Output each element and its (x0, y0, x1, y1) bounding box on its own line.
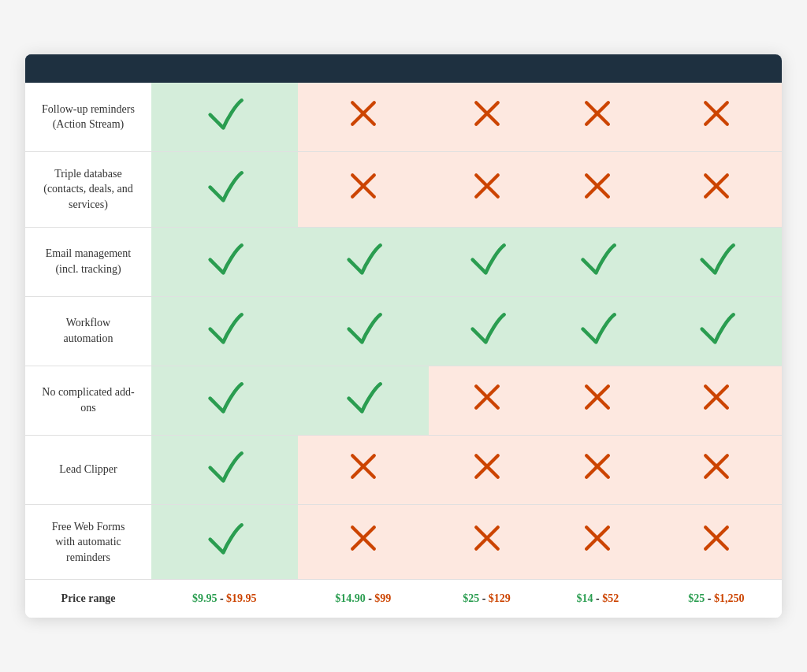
comparison-table: Follow-up reminders (Action Stream) Trip… (25, 54, 782, 618)
price-onepagecrm: $9.95 - $19.95 (151, 580, 298, 618)
salesforce-cell (651, 296, 782, 366)
close-cell (298, 227, 429, 296)
pipedrive-cell (429, 83, 545, 152)
onepagecrm-cell (151, 83, 298, 152)
table-row: Workflow automation (25, 296, 782, 366)
header-row (25, 54, 782, 83)
table-row: Follow-up reminders (Action Stream) (25, 83, 782, 152)
zohocrm-cell (545, 504, 650, 580)
table-row: Email management (incl. tracking) (25, 227, 782, 296)
pipedrive-cell (429, 227, 545, 296)
salesforce-cell (651, 227, 782, 296)
feature-label: Workflow automation (25, 296, 151, 366)
table-row: No complicated add-ons (25, 366, 782, 435)
price-pipedrive: $25 - $129 (429, 580, 545, 618)
price-row: Price range$9.95 - $19.95$14.90 - $99$25… (25, 580, 782, 618)
price-label: Price range (25, 580, 151, 618)
close-cell (298, 151, 429, 227)
header-empty (25, 54, 151, 83)
salesforce-cell (651, 504, 782, 580)
close-cell (298, 504, 429, 580)
pipedrive-cell (429, 151, 545, 227)
salesforce-cell (651, 435, 782, 504)
onepagecrm-cell (151, 504, 298, 580)
price-zohocrm: $14 - $52 (545, 580, 650, 618)
table-row: Triple database (contacts, deals, and se… (25, 151, 782, 227)
feature-label: No complicated add-ons (25, 366, 151, 435)
pipedrive-cell (429, 435, 545, 504)
table-row: Free Web Forms with automatic reminders (25, 504, 782, 580)
header-zohocrm (545, 54, 650, 83)
zohocrm-cell (545, 227, 650, 296)
pipedrive-cell (429, 504, 545, 580)
feature-label: Free Web Forms with automatic reminders (25, 504, 151, 580)
feature-label: Lead Clipper (25, 435, 151, 504)
header-close (298, 54, 429, 83)
close-cell (298, 435, 429, 504)
price-salesforce: $25 - $1,250 (651, 580, 782, 618)
zohocrm-cell (545, 435, 650, 504)
onepagecrm-cell (151, 227, 298, 296)
salesforce-cell (651, 151, 782, 227)
header-onepagecrm (151, 54, 298, 83)
table-row: Lead Clipper (25, 435, 782, 504)
onepagecrm-cell (151, 296, 298, 366)
pipedrive-cell (429, 296, 545, 366)
zohocrm-cell (545, 83, 650, 152)
price-close: $14.90 - $99 (298, 580, 429, 618)
close-cell (298, 366, 429, 435)
salesforce-cell (651, 83, 782, 152)
header-pipedrive (429, 54, 545, 83)
feature-label: Triple database (contacts, deals, and se… (25, 151, 151, 227)
onepagecrm-cell (151, 435, 298, 504)
pipedrive-cell (429, 366, 545, 435)
close-cell (298, 83, 429, 152)
feature-label: Follow-up reminders (Action Stream) (25, 83, 151, 152)
feature-label: Email management (incl. tracking) (25, 227, 151, 296)
header-salesforce (651, 54, 782, 83)
close-cell (298, 296, 429, 366)
onepagecrm-cell (151, 151, 298, 227)
salesforce-cell (651, 366, 782, 435)
onepagecrm-cell (151, 366, 298, 435)
zohocrm-cell (545, 366, 650, 435)
zohocrm-cell (545, 296, 650, 366)
zohocrm-cell (545, 151, 650, 227)
